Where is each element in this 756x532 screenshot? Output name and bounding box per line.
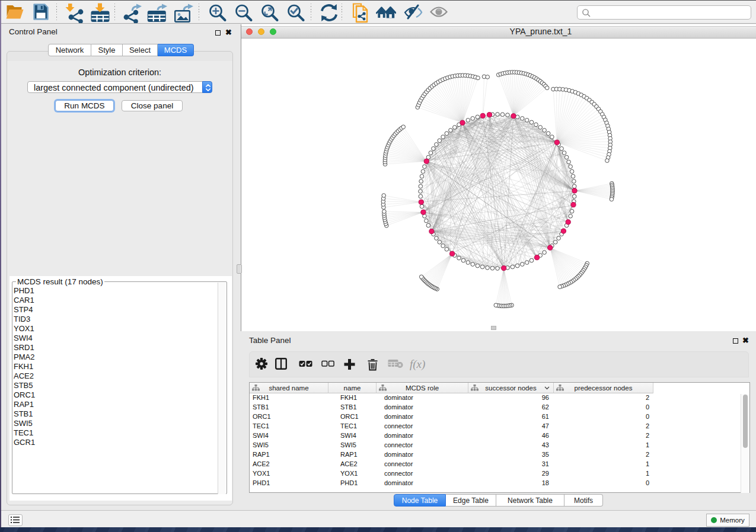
column-header-predecessor-nodes[interactable]: predecessor nodes <box>554 383 653 393</box>
table-cell: 62 <box>468 403 554 413</box>
zoom-in-icon[interactable] <box>208 3 228 26</box>
table-cell: 29 <box>468 470 554 479</box>
table-cell: 2 <box>554 451 653 460</box>
zoom-fit-icon[interactable] <box>260 3 280 26</box>
mcds-result-item[interactable]: STB5 <box>14 381 35 390</box>
open-file-icon[interactable] <box>6 5 24 23</box>
task-history-button[interactable] <box>8 514 23 526</box>
vertical-splitter-handle[interactable] <box>237 264 242 274</box>
share-document-icon[interactable] <box>352 3 369 25</box>
table-cell: 0 <box>554 413 653 422</box>
shared-column-icon <box>379 384 387 391</box>
column-header-shared-name[interactable]: shared name <box>250 383 328 393</box>
table-row[interactable]: RAP1RAP1dominator352 <box>250 451 749 460</box>
table-row[interactable]: SWI4SWI4dominator462 <box>250 432 749 441</box>
mcds-result-item[interactable]: PHD1 <box>14 286 35 296</box>
export-network-icon[interactable] <box>122 3 143 25</box>
tab-node-table[interactable]: Node Table <box>394 494 446 507</box>
mcds-result-item[interactable]: FKH1 <box>14 362 35 371</box>
save-session-icon[interactable] <box>33 3 49 23</box>
tab-network-table[interactable]: Network Table <box>496 494 564 507</box>
table-cell: RAP1 <box>250 451 328 460</box>
table-cell: SWI4 <box>328 432 377 441</box>
mcds-result-item[interactable]: SWI4 <box>14 334 35 343</box>
close-panel-button[interactable]: Close panel <box>122 100 183 111</box>
run-mcds-button[interactable]: Run MCDS <box>55 100 114 111</box>
column-header-filler <box>653 383 749 393</box>
table-scrollbar-thumb[interactable] <box>743 395 748 448</box>
mcds-result-item[interactable]: YOX1 <box>14 324 35 334</box>
minimize-window-icon[interactable] <box>258 28 264 35</box>
clear-table-icon[interactable] <box>388 358 403 371</box>
column-header-name[interactable]: name <box>328 383 377 393</box>
tab-select[interactable]: Select <box>123 44 158 56</box>
tab-motifs[interactable]: Motifs <box>564 494 603 507</box>
refresh-icon[interactable] <box>319 3 339 25</box>
mcds-result-item[interactable]: ORC1 <box>14 390 35 400</box>
export-table-icon[interactable] <box>147 3 169 25</box>
mcds-result-scrollbar[interactable] <box>218 283 226 494</box>
mcds-result-item[interactable]: ACE2 <box>14 371 35 381</box>
mcds-result-item[interactable]: PMA2 <box>14 352 35 362</box>
float-table-panel-icon[interactable] <box>733 338 738 344</box>
optimization-criterion-select[interactable]: largest connected component (undirected) <box>27 81 212 93</box>
zoom-window-icon[interactable] <box>270 28 276 35</box>
network-canvas[interactable] <box>241 39 756 331</box>
column-header-MCDS-role[interactable]: MCDS role <box>377 383 468 393</box>
mcds-result-item[interactable]: GCR1 <box>14 438 35 447</box>
settings-gear-icon[interactable] <box>256 358 267 372</box>
show-eye-icon[interactable] <box>430 3 448 23</box>
table-row[interactable]: ACE2ACE2connector311 <box>250 460 749 470</box>
hide-eye-icon[interactable] <box>404 3 423 24</box>
mcds-result-item[interactable]: TEC1 <box>14 428 35 438</box>
mcds-result-item[interactable]: STP4 <box>14 305 35 315</box>
tab-network[interactable]: Network <box>48 44 91 56</box>
delete-trash-icon[interactable] <box>366 358 379 373</box>
horizontal-splitter-handle[interactable] <box>491 326 496 330</box>
table-vertical-scrollbar[interactable] <box>741 394 749 493</box>
unchecked-boxes-icon[interactable] <box>321 358 334 372</box>
mcds-result-item[interactable]: RAP1 <box>14 400 35 409</box>
close-table-panel-icon[interactable]: ✖ <box>742 337 749 344</box>
table-row[interactable]: FKH1FKH1dominator962 <box>250 394 749 403</box>
import-table-icon[interactable] <box>90 3 110 25</box>
table-row[interactable]: ORC1ORC1dominator610 <box>250 413 749 422</box>
function-fx-icon[interactable]: f(x) <box>409 358 427 373</box>
table-cell: RAP1 <box>328 451 377 460</box>
mcds-result-item[interactable]: SWI5 <box>14 419 35 428</box>
mcds-result-list[interactable]: PHD1CAR1STP4TID3YOX1SWI4SRD1PMA2FKH1ACE2… <box>14 286 35 447</box>
table-row[interactable]: YOX1YOX1connector291 <box>250 470 749 479</box>
table-cell: 0 <box>554 403 653 413</box>
select-stepper-icon <box>202 81 212 93</box>
column-layout-icon[interactable] <box>275 358 287 372</box>
import-network-icon[interactable] <box>64 3 85 25</box>
search-input[interactable] <box>577 5 751 20</box>
network-window-titlebar[interactable]: YPA_prune.txt_1 <box>241 26 756 39</box>
tab-style[interactable]: Style <box>91 44 123 56</box>
add-plus-icon[interactable] <box>343 358 356 373</box>
mcds-result-item[interactable]: CAR1 <box>14 296 35 305</box>
network-graph <box>241 39 756 331</box>
close-window-icon[interactable] <box>246 28 253 35</box>
table-row[interactable]: PHD1PHD1dominator180 <box>250 479 749 489</box>
zoom-selected-icon[interactable] <box>286 3 307 26</box>
mcds-result-item[interactable]: TID3 <box>14 315 35 324</box>
column-header-successor-nodes[interactable]: successor nodes <box>468 383 554 393</box>
table-cell: TEC1 <box>250 422 328 432</box>
mcds-result-item[interactable]: SRD1 <box>14 343 35 352</box>
tab-edge-table[interactable]: Edge Table <box>446 494 496 507</box>
home-pair-icon[interactable] <box>376 3 396 24</box>
table-cell: TEC1 <box>328 422 377 432</box>
checked-boxes-icon[interactable] <box>299 358 312 372</box>
table-row[interactable]: TEC1TEC1connector472 <box>250 422 749 432</box>
mcds-result-item[interactable]: STB1 <box>14 409 35 419</box>
memory-button[interactable]: Memory <box>706 514 749 527</box>
main-toolbar <box>1 1 756 24</box>
export-image-icon[interactable] <box>173 3 195 25</box>
table-row[interactable]: SWI5SWI5connector431 <box>250 441 749 451</box>
table-row[interactable]: STB1STB1dominator620 <box>250 403 749 413</box>
close-panel-icon[interactable]: ✖ <box>225 29 232 36</box>
zoom-out-icon[interactable] <box>234 3 254 26</box>
float-panel-icon[interactable] <box>215 30 221 36</box>
tab-mcds[interactable]: MCDS <box>158 44 194 56</box>
